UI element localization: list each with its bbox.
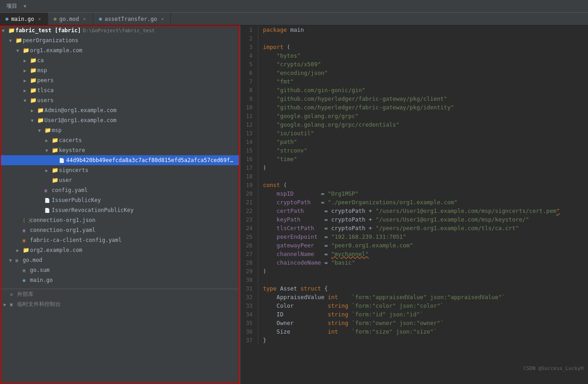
code-line: 2 [240, 34, 588, 43]
folder-icon: 📁 [8, 27, 15, 34]
tree-item-ca[interactable]: ▶ 📁 ca [0, 55, 240, 65]
tree-item-external[interactable]: ▶ ≡ 外部库 [0, 289, 240, 299]
tree-root[interactable]: ▼ 📁 fabric_test [fabric] D:\GoProject\fa… [0, 25, 240, 35]
arrow-icon: ▶ [45, 178, 52, 183]
code-line: 29 ) [240, 267, 588, 276]
folder-icon: 📁 [30, 87, 37, 94]
folder-icon: 📁 [15, 37, 23, 44]
tree-item-go-mod[interactable]: ▼ ▣ go.mod [0, 255, 240, 265]
tab-main-go[interactable]: ● main.go ✕ [0, 13, 48, 25]
code-line: 7 "fmt" [240, 77, 588, 86]
code-line: 16 "time" [240, 155, 588, 163]
tree-item-org1[interactable]: ▼ 📁 org1.example.com [0, 45, 240, 55]
tree-item-issuer-rev[interactable]: ▶ 📄 IssuerRevocationPublicKey [0, 205, 240, 215]
tree-item-msp2[interactable]: ▼ 📁 msp [0, 125, 240, 135]
code-line: 21 cryptoPath = "./peerOrganizations/org… [240, 198, 588, 207]
close-icon[interactable]: ✕ [160, 16, 165, 22]
code-line: 35 Owner string `form:"owner" json:"owne… [240, 319, 588, 327]
code-editor[interactable]: 1 package main 2 3 import ( 4 "bytes" 5 [240, 25, 588, 384]
code-content: 1 package main 2 3 import ( 4 "bytes" 5 [240, 25, 588, 345]
code-line: 10 "github.com/hyperledger/fabric-gatewa… [240, 103, 588, 112]
yaml-file-icon: ▣ [44, 188, 52, 193]
arrow-spacer: ▶ [38, 188, 44, 193]
tree-item-users[interactable]: ▼ 📁 users [0, 95, 240, 105]
tree-item-fabric-ca-yaml[interactable]: ▶ ▣ fabric-ca-client-config.yaml [0, 235, 240, 245]
code-line: 15 "strconv" [240, 146, 588, 155]
code-line: 11 "google.golang.org/grpc" [240, 112, 588, 120]
code-line: 20 mspID = "Org1MSP" [240, 189, 588, 198]
tree-item-peerOrgs[interactable]: ▼ 📁 peerOrganizations [0, 35, 240, 45]
code-line: 30 [240, 276, 588, 284]
root-path: D:\GoProject\fabric_test [83, 28, 155, 34]
tree-item-msp[interactable]: ▶ 📁 msp [0, 65, 240, 75]
cert-file-icon: 📄 [44, 208, 52, 213]
tree-item-conn-yaml[interactable]: ▶ ▣ connection-org1.yaml [0, 225, 240, 235]
code-line: 3 import ( [240, 43, 588, 51]
tree-item-conn-json[interactable]: ▶ { } connection-org1.json [0, 215, 240, 225]
arrow-spacer: ▶ [16, 218, 23, 223]
arrow-icon: ▼ [38, 128, 44, 133]
tree-item-config-yaml[interactable]: ▶ ▣ config.yaml [0, 185, 240, 195]
menu-label[interactable]: 项目 [4, 1, 20, 11]
tree-item-go-sum[interactable]: ▶ ▣ go.sum [0, 265, 240, 275]
item-label: msp [37, 67, 47, 74]
tree-item-issuer-pub[interactable]: ▶ 📄 IssuerPublicKey [0, 195, 240, 205]
code-line: 18 [240, 172, 588, 181]
tab-go-mod[interactable]: ● go.mod ✕ [48, 13, 93, 25]
item-label: signcerts [59, 167, 88, 173]
tab-label: assetTransfer.go [105, 16, 157, 22]
item-label: peers [37, 77, 53, 84]
folder-icon: 📁 [52, 137, 59, 143]
menu-arrow: ▼ [24, 4, 26, 9]
tree-item-admin[interactable]: ▶ 📁 Admin@org1.example.com [0, 105, 240, 115]
arrow-icon: ▼ [9, 258, 15, 263]
arrow-icon: ▼ [45, 148, 52, 153]
arrow-spacer: ▶ [16, 268, 23, 273]
tree-item-tlsca[interactable]: ▶ 📁 tlsca [0, 85, 240, 95]
tree-item-user1[interactable]: ▼ 📁 User1@org1.example.com [0, 115, 240, 125]
item-label: connection-org1.json [30, 217, 96, 223]
yaml-file-icon: ▣ [23, 228, 30, 233]
item-label: go.sum [30, 267, 49, 273]
file-tree: ▼ 📁 fabric_test [fabric] D:\GoProject\fa… [0, 25, 240, 384]
tabbar: ● main.go ✕ ● go.mod ✕ ● assetTransfer.g… [0, 13, 588, 25]
tab-asset-transfer[interactable]: ● assetTransfer.go ✕ [93, 13, 171, 25]
tree-item-signcerts[interactable]: ▶ 📁 signcerts [0, 165, 240, 175]
tree-item-keyfile[interactable]: ▶ 📄 44d9b420bb49eefcda8a3c7acf80d815efd5… [0, 155, 240, 165]
arrow-spacer: ▶ [38, 198, 44, 203]
tree-item-cacerts[interactable]: ▶ 📁 cacerts [0, 135, 240, 145]
json-file-icon: { } [23, 218, 30, 223]
code-line: 19 const ( [240, 181, 588, 189]
tree-item-temp[interactable]: ▶ ▣ 临时文件和控制台 [0, 299, 240, 309]
arrow-icon: ▶ [16, 248, 23, 253]
code-line: 28 chaincodeName = "basic" [240, 258, 588, 267]
root-label: fabric_test [fabric] [15, 27, 81, 34]
code-line: 34 ID string `form:"id" json:"id"` [240, 310, 588, 319]
tree-item-peers[interactable]: ▶ 📁 peers [0, 75, 240, 85]
yaml2-file-icon: ▣ [23, 238, 30, 243]
item-label: users [37, 97, 53, 103]
item-label: fabric-ca-client-config.yaml [30, 237, 121, 243]
tree-item-keystore[interactable]: ▼ 📁 keystore [0, 145, 240, 155]
close-icon[interactable]: ✕ [82, 16, 87, 22]
item-label: tlsca [37, 87, 53, 94]
go-file-icon: ● [23, 278, 30, 283]
tree-item-org2[interactable]: ▶ 📁 org2.example.com [0, 245, 240, 255]
item-label: 临时文件和控制台 [17, 300, 61, 308]
arrow-icon: ▼ [24, 98, 30, 103]
close-icon[interactable]: ✕ [37, 16, 42, 22]
item-label: config.yaml [52, 187, 87, 193]
item-label: Admin@org1.example.com [44, 107, 117, 113]
tree-item-user[interactable]: ▶ 📁 user [0, 175, 240, 185]
item-label: IssuerPublicKey [52, 197, 101, 203]
item-label: org2.example.com [30, 247, 83, 253]
arrow-icon: ▶ [45, 168, 52, 173]
mod-file-icon: ▣ [15, 258, 23, 263]
arrow-spacer: ▶ [16, 238, 23, 243]
item-label: user [59, 177, 72, 183]
tree-item-main-go[interactable]: ▶ ● main.go [0, 275, 240, 285]
code-line: 8 "github.com/gin-gonic/gin" [240, 86, 588, 94]
arrow-icon: ▼ [31, 118, 37, 123]
code-line: 9 "github.com/hyperledger/fabric-gateway… [240, 94, 588, 103]
folder-icon: 📁 [23, 47, 30, 54]
